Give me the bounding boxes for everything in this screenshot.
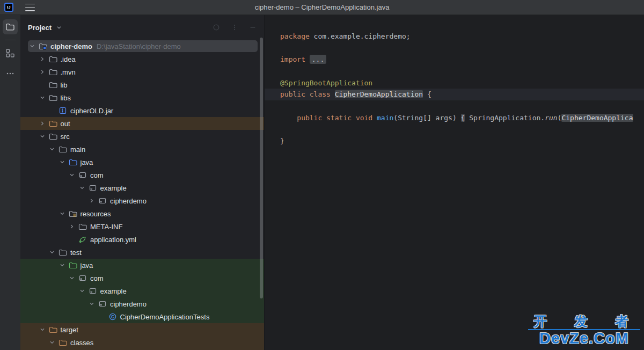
chevron-down-icon[interactable] (38, 325, 47, 334)
project-tool-button[interactable] (3, 19, 18, 34)
code-token-plain: SpringApplication. (465, 114, 545, 122)
code-line (265, 42, 644, 54)
tree-row-example[interactable]: example (20, 285, 264, 297)
tree-item-label: out (61, 120, 70, 128)
tree-row-cipherold.jar[interactable]: cipherOLD.jar (20, 104, 264, 117)
tree-item-label: src (61, 133, 70, 141)
tree-item-label: CipherDemoApplicationTests (120, 313, 210, 321)
chevron-down-icon[interactable] (68, 274, 76, 282)
tree-row-java[interactable]: java (20, 259, 264, 272)
tree-row-cipherdemoapplicationtests[interactable]: CCipherDemoApplicationTests (20, 310, 264, 323)
locate-file-icon[interactable] (213, 24, 220, 31)
tree-item-label: main (70, 145, 85, 154)
chevron-down-icon[interactable] (38, 93, 47, 102)
folder-resources-icon (69, 209, 77, 218)
chevron-down-icon[interactable] (58, 209, 67, 218)
chevron-down-icon[interactable] (48, 338, 56, 347)
chevron-right-icon[interactable] (68, 222, 76, 231)
tree-row-classes[interactable]: classes (20, 336, 264, 349)
package-icon (98, 196, 107, 205)
chevron-down-icon[interactable] (78, 184, 86, 192)
folder-icon (49, 81, 57, 89)
chevron-down-icon[interactable] (55, 24, 63, 31)
chevron-down-icon[interactable] (68, 171, 76, 179)
tree-item-label: cipher-demo (50, 42, 92, 50)
tree-item-label: java (80, 158, 93, 166)
project-panel: Project cipher-demoD:\javaStation\cipher… (20, 15, 265, 350)
project-panel-header: Project (20, 15, 264, 40)
tree-row-target[interactable]: target (20, 323, 264, 336)
panel-title: Project (28, 24, 52, 32)
chevron-spacer (68, 235, 76, 244)
chevron-right-icon[interactable] (38, 55, 47, 63)
tree-item-label: .idea (61, 55, 76, 63)
folder-icon (58, 145, 67, 154)
tree-row-meta-inf[interactable]: META-INF (20, 220, 264, 233)
tree-row-example[interactable]: example (20, 181, 264, 194)
chevron-down-icon[interactable] (38, 132, 47, 141)
code-token-keyword: import (280, 55, 305, 63)
main-menu-button[interactable] (25, 4, 35, 11)
tree-row-libs[interactable]: libs (20, 91, 264, 104)
tree-item-label: java (80, 261, 93, 269)
chevron-down-icon[interactable] (48, 145, 56, 154)
chevron-right-icon[interactable] (38, 68, 47, 76)
folder-icon (49, 93, 57, 102)
tree-row-cipher-demo[interactable]: cipher-demoD:\javaStation\cipher-demo (20, 40, 264, 53)
tree-row-src[interactable]: src (20, 130, 264, 143)
code-editor[interactable]: package com.example.cipherdemo; import .… (265, 15, 644, 350)
folder-excluded-icon (49, 325, 57, 334)
intellij-logo-icon: IJ (4, 3, 13, 12)
code-line: } (265, 135, 644, 147)
tree-row-cipherdemo[interactable]: cipherdemo (20, 297, 264, 310)
tree-row-main[interactable]: main (20, 143, 264, 156)
tree-item-label: .mvn (61, 68, 76, 76)
panel-scrollbar-thumb[interactable] (260, 38, 263, 298)
chevron-right-icon[interactable] (87, 196, 96, 205)
chevron-down-icon[interactable] (87, 300, 96, 308)
tree-row-test[interactable]: test (20, 246, 264, 259)
tree-row-out[interactable]: out (20, 117, 264, 130)
package-icon (78, 171, 87, 179)
jar-icon (58, 106, 67, 115)
tree-row-.idea[interactable]: .idea (20, 53, 264, 65)
tree-item-label: libs (61, 94, 71, 102)
tree-item-label: resources (80, 210, 111, 218)
tool-window-strip (0, 15, 20, 350)
options-kebab-icon[interactable] (231, 24, 238, 31)
code-line: public class CipherDemoApplication { (265, 89, 644, 100)
tree-row-com[interactable]: com (20, 169, 264, 181)
folder-icon (78, 222, 87, 231)
hide-panel-icon[interactable] (249, 24, 257, 31)
tree-row-lib[interactable]: lib (20, 78, 264, 91)
tree-row-cipherdemo[interactable]: cipherdemo (20, 194, 264, 207)
tree-row-com[interactable]: com (20, 272, 264, 285)
folder-excluded-icon (49, 119, 57, 128)
tree-row-java[interactable]: java (20, 156, 264, 169)
code-token-plain: { (423, 90, 431, 98)
tree-row-.mvn[interactable]: .mvn (20, 65, 264, 78)
chevron-down-icon[interactable] (78, 287, 86, 295)
tree-item-label: example (100, 184, 127, 192)
hamburger-icon (25, 4, 35, 5)
folder-source-icon (69, 158, 77, 166)
folder-icon (5, 22, 15, 32)
folder-icon (58, 248, 67, 257)
code-token-keyword: public static void (297, 114, 372, 122)
package-icon (89, 184, 97, 192)
chevron-right-icon[interactable] (38, 119, 47, 128)
code-token-hl: CipherDemoApplica (561, 114, 633, 122)
package-icon (78, 274, 87, 282)
more-tool-windows-button[interactable] (3, 66, 18, 81)
folder-excluded-icon (58, 338, 67, 347)
tree-row-resources[interactable]: resources (20, 207, 264, 220)
structure-tool-button[interactable] (3, 46, 18, 61)
chevron-down-icon[interactable] (58, 261, 67, 269)
chevron-down-icon[interactable] (48, 248, 56, 257)
code-line: public static void main(String[] args) {… (265, 112, 644, 124)
code-token-plain: (String[] args) (393, 114, 460, 122)
chevron-down-icon[interactable] (58, 158, 67, 166)
chevron-down-icon[interactable] (28, 42, 36, 50)
tree-row-application.yml[interactable]: application.yml (20, 233, 264, 246)
chevron-spacer (48, 106, 56, 115)
